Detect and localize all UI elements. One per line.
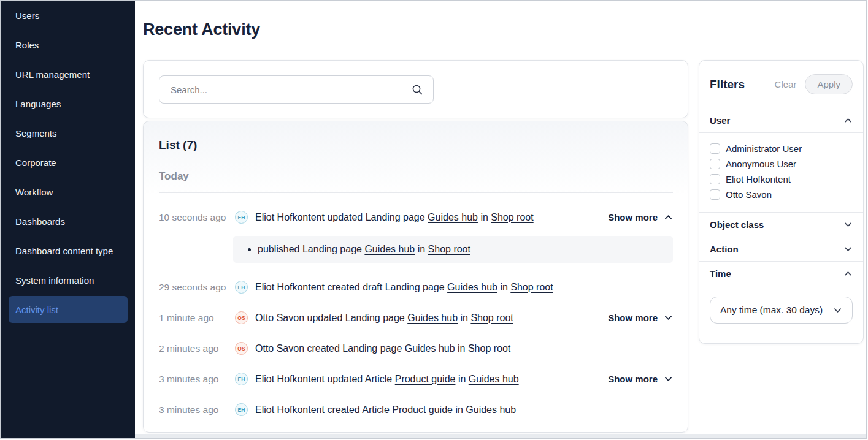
sidebar-item-dashboard-content-type[interactable]: Dashboard content type <box>1 236 135 265</box>
filter-section-action: Action <box>699 237 863 261</box>
sidebar-item-roles[interactable]: Roles <box>1 30 135 59</box>
chevron-down-icon <box>664 313 673 322</box>
activity-row: 10 seconds agoEHEliot Hofkontent updated… <box>159 211 673 224</box>
filter-section-label: User <box>710 115 730 126</box>
clear-button[interactable]: Clear <box>775 79 797 89</box>
message-text: in <box>453 404 466 415</box>
filter-section-header[interactable]: User <box>699 108 863 132</box>
sidebar-item-segments[interactable]: Segments <box>1 118 135 148</box>
filter-checkbox[interactable] <box>710 189 720 200</box>
activity-message: Eliot Hofkontent created draft Landing p… <box>255 282 673 293</box>
sidebar-item-activity-list[interactable]: Activity list <box>9 296 128 323</box>
message-text: Eliot Hofkontent created Article <box>255 404 392 415</box>
filter-section-header[interactable]: Object class <box>699 213 863 237</box>
activity-row: 2 minutes agoOSOtto Savon created Landin… <box>159 342 673 355</box>
search-icon[interactable] <box>412 84 423 96</box>
filter-section-time: TimeAny time (max. 30 days) <box>699 261 863 324</box>
filter-checkbox[interactable] <box>710 174 720 184</box>
sidebar-item-dashboards[interactable]: Dashboards <box>1 207 135 236</box>
activity-row: 3 minutes agoEHEliot Hofkontent created … <box>159 403 673 416</box>
filter-section-object-class: Object class <box>699 212 863 237</box>
activity-row: 3 minutes agoEHEliot Hofkontent updated … <box>159 373 673 385</box>
activity-message: Otto Savon created Landing page Guides h… <box>255 343 673 354</box>
content-link[interactable]: Guides hub <box>447 282 497 292</box>
chevron-down-icon <box>664 374 673 384</box>
activity-timestamp: 3 minutes ago <box>159 374 228 385</box>
sidebar-item-url-management[interactable]: URL management <box>1 59 135 89</box>
show-more-toggle[interactable]: Show more <box>608 313 673 323</box>
filters-panel: Filters Clear Apply UserAdministrator Us… <box>699 60 864 344</box>
activity-rows: 10 seconds agoEHEliot Hofkontent updated… <box>159 211 673 416</box>
content-link[interactable]: Guides hub <box>407 313 458 323</box>
page-title: Recent Activity <box>143 20 260 39</box>
message-text: Otto Savon created Landing page <box>255 343 405 354</box>
content-link[interactable]: Guides hub <box>428 212 478 222</box>
message-text: Eliot Hofkontent updated Landing page <box>255 212 428 222</box>
filter-section-label: Action <box>710 244 739 254</box>
chevron-down-icon <box>843 220 853 229</box>
content-link[interactable]: Guides hub <box>405 343 455 354</box>
message-text: in <box>478 212 491 222</box>
filter-section-header[interactable]: Action <box>699 237 863 261</box>
content-link[interactable]: Guides hub <box>364 244 415 254</box>
search-box[interactable] <box>159 75 434 104</box>
message-text: in <box>458 313 470 323</box>
sidebar-item-corporate[interactable]: Corporate <box>1 148 135 177</box>
user-avatar: OS <box>235 342 248 355</box>
filters-header: Filters Clear Apply <box>699 61 863 108</box>
activity-message: Eliot Hofkontent updated Article Product… <box>255 374 608 385</box>
activity-row: 29 seconds agoEHEliot Hofkontent created… <box>159 281 673 294</box>
filter-checkbox[interactable] <box>710 143 720 154</box>
activity-message: Otto Savon updated Landing page Guides h… <box>255 313 608 324</box>
content-link[interactable]: Guides hub <box>469 374 519 384</box>
apply-button[interactable]: Apply <box>805 74 853 94</box>
sidebar-item-system-information[interactable]: System information <box>1 265 135 295</box>
content-link[interactable]: Shop root <box>491 212 533 222</box>
chevron-up-icon <box>843 269 853 278</box>
show-more-toggle[interactable]: Show more <box>608 374 673 384</box>
list-divider <box>159 192 673 193</box>
detail-item: published Landing page Guides hub in Sho… <box>258 244 661 255</box>
user-avatar: OS <box>235 311 248 324</box>
search-input[interactable] <box>169 84 412 96</box>
user-avatar: EH <box>235 373 248 385</box>
show-more-label: Show more <box>608 374 658 384</box>
activity-message: Eliot Hofkontent created Article Product… <box>255 404 673 415</box>
sidebar-item-workflow[interactable]: Workflow <box>1 177 135 207</box>
message-text: Eliot Hofkontent updated Article <box>255 374 395 384</box>
sidebar-item-users[interactable]: Users <box>1 1 135 30</box>
group-label: Today <box>159 170 673 183</box>
filter-checkbox[interactable] <box>710 159 720 169</box>
filter-section-label: Time <box>710 268 731 279</box>
filter-options: Administrator UserAnonymous UserEliot Ho… <box>699 132 863 212</box>
show-more-toggle[interactable]: Show more <box>608 212 673 222</box>
time-range-select[interactable]: Any time (max. 30 days) <box>710 297 853 324</box>
content-link[interactable]: Shop root <box>510 282 553 292</box>
filter-option[interactable]: Otto Savon <box>710 187 853 202</box>
message-text: Eliot Hofkontent created draft Landing p… <box>255 282 447 292</box>
activity-list-card: List (7) Today 10 seconds agoEHEliot Hof… <box>143 121 688 433</box>
sidebar: UsersRolesURL managementLanguagesSegment… <box>1 1 135 438</box>
activity-row: 1 minute agoOSOtto Savon updated Landing… <box>159 311 673 324</box>
message-text: in <box>497 282 510 292</box>
activity-timestamp: 3 minutes ago <box>159 404 228 415</box>
content-link[interactable]: Product guide <box>392 404 453 415</box>
content-link[interactable]: Shop root <box>470 313 513 323</box>
content-link[interactable]: Shop root <box>468 343 510 354</box>
filter-option[interactable]: Administrator User <box>710 141 853 156</box>
show-more-label: Show more <box>608 313 658 323</box>
show-more-label: Show more <box>608 212 658 222</box>
filter-section-header[interactable]: Time <box>699 262 863 286</box>
activity-details: published Landing page Guides hub in Sho… <box>233 236 673 263</box>
activity-timestamp: 10 seconds ago <box>159 212 228 223</box>
filter-section-label: Object class <box>710 219 764 230</box>
filter-option[interactable]: Anonymous User <box>710 156 853 172</box>
content-link[interactable]: Product guide <box>395 374 456 384</box>
sidebar-item-languages[interactable]: Languages <box>1 89 135 118</box>
filter-option[interactable]: Eliot Hofkontent <box>710 172 853 187</box>
content-link[interactable]: Shop root <box>428 244 470 254</box>
filter-option-label: Otto Savon <box>726 189 772 200</box>
content-link[interactable]: Guides hub <box>466 404 516 415</box>
search-card <box>143 60 688 118</box>
app-window: UsersRolesURL managementLanguagesSegment… <box>0 0 867 439</box>
